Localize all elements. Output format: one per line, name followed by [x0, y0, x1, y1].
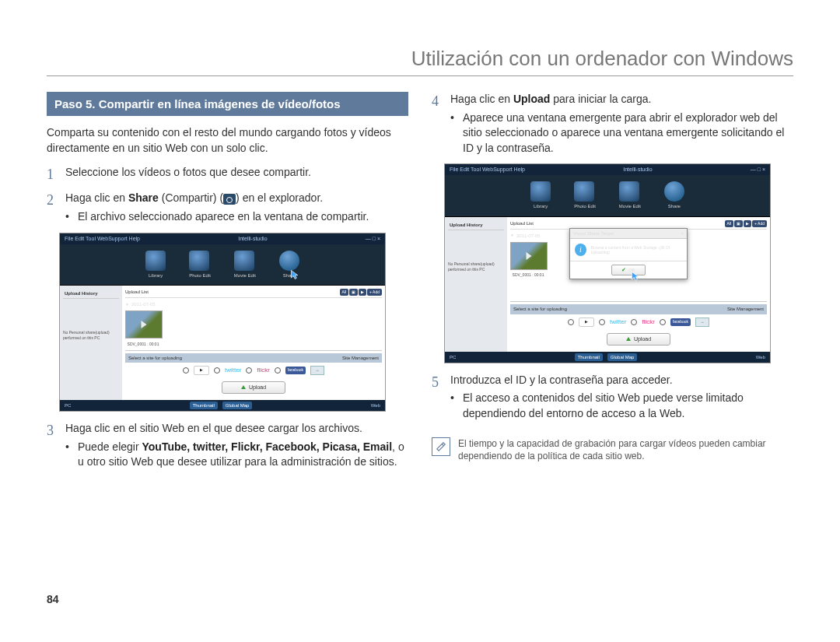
radio-icon: [660, 319, 666, 325]
upload-button: Upload: [607, 333, 670, 346]
filter-photo: ▣: [349, 289, 358, 296]
site-mgmt: Site Management: [727, 306, 764, 312]
radio-icon: [275, 367, 281, 374]
radio-icon: [183, 367, 189, 374]
footer-web: Web: [756, 354, 765, 360]
radio-icon: [599, 319, 605, 325]
step-5-text: Introduzca el ID y la contraseña para ac…: [450, 373, 793, 422]
s2-post: ) en el explorador.: [236, 191, 323, 204]
filter-video: ▶: [359, 289, 366, 296]
sidebar-note: No Personal share(upload) performed on t…: [448, 261, 504, 272]
youtube-logo-icon: ▶: [194, 366, 209, 375]
sidebar-history: Upload History: [63, 289, 119, 299]
footer-map: Global Map: [222, 402, 253, 409]
dialog-message: Browse a content from a Web Storage. (Al…: [591, 245, 682, 255]
dialog-close-icon: ×: [681, 230, 684, 237]
tab-movie: Movie Edit: [234, 272, 256, 279]
add-button: + Add: [752, 220, 767, 227]
movie-edit-icon: [234, 251, 254, 271]
pointer-cursor-icon: [631, 271, 642, 282]
bullet-dot: •: [450, 111, 457, 156]
step-number-5: 5: [432, 373, 443, 422]
share-globe-icon: [664, 181, 684, 202]
window-controls: — □ ×: [751, 166, 765, 174]
s4-post: para iniciar la carga.: [550, 93, 651, 105]
more-sites-icon: →: [310, 366, 324, 375]
app-main: Upload List All ▣ ▶ + Add 2011-07-05: [122, 286, 385, 400]
s5-text: Introduzca el ID y la contraseña para ac…: [450, 374, 673, 386]
step-number-4: 4: [432, 92, 443, 156]
clip-label: SDV_0001 : 00:01: [125, 342, 161, 347]
sidebar-note: No Personal share(upload) performed on t…: [63, 330, 119, 341]
step-2-text: Haga clic en Share (Compartir) () en el …: [65, 191, 408, 224]
app-menu: File Edit Tool WebSupport Help: [450, 166, 525, 174]
more-sites-icon: →: [695, 317, 709, 327]
s4-bullet: Aparece una ventana emergente para abrir…: [463, 111, 793, 156]
date-group: 2011-07-05: [125, 301, 382, 307]
s3-text: Haga clic en el sitio Web en el que dese…: [65, 422, 362, 434]
filter-photo: ▣: [734, 220, 743, 227]
app-screenshot-2: File Edit Tool WebSupport Help Intelli-s…: [444, 163, 771, 363]
footer-map: Global Map: [607, 353, 638, 361]
clip-label: SDV_0001 : 00:01: [510, 272, 546, 278]
app-toolbar: Library Photo Edit Movie Edit Share: [60, 244, 385, 286]
sidebar-history: Upload History: [448, 220, 504, 230]
window-controls: — □ ×: [366, 235, 380, 243]
s2-mid: (Compartir) (: [159, 191, 223, 204]
tab-photo: Photo Edit: [574, 203, 596, 209]
bullet-dot: •: [65, 209, 72, 225]
intro-text: Comparta su contenido con el resto del m…: [47, 125, 408, 156]
s4-bold: Upload: [513, 93, 550, 105]
radio-icon: [568, 319, 574, 325]
app-topbar: File Edit Tool WebSupport Help Intelli-s…: [445, 164, 770, 175]
app-window: File Edit Tool WebSupport Help Intelli-s…: [444, 163, 771, 363]
tab-library: Library: [530, 203, 551, 209]
facebook-logo: facebook: [285, 367, 306, 374]
app-screenshot-1: File Edit Tool WebSupport Help Intelli-s…: [59, 233, 386, 412]
info-icon: i: [575, 244, 586, 256]
app-footer: PC Thumbnail Global Map Web: [445, 352, 770, 363]
footer-thumb: Thumbnail: [575, 353, 603, 361]
tab-library: Library: [145, 272, 166, 279]
filter-all: All: [340, 289, 349, 296]
tab-share: Share: [664, 203, 684, 209]
upload-button: Upload: [222, 381, 285, 394]
footer-pc: PC: [450, 354, 456, 360]
flickr-logo: flickr: [642, 317, 654, 326]
upload-caption: Select a site for uploading: [513, 306, 567, 312]
app-footer: PC Thumbnail Global Map Web: [60, 400, 385, 411]
s3b-pre: Puede elegir: [78, 440, 142, 453]
step-number-1: 1: [47, 165, 58, 184]
dialog-title: Visual Share Target: [573, 230, 614, 237]
youtube-logo-icon: ▶: [579, 317, 594, 327]
video-thumb: [125, 310, 163, 339]
step-1-text: Seleccione los vídeos o fotos que desee …: [65, 165, 408, 184]
page-header: Utilización con un ordenador con Windows: [47, 47, 793, 76]
share-icon: [223, 194, 236, 205]
photo-edit-icon: [574, 181, 594, 202]
radio-icon: [631, 319, 637, 325]
app-topbar: File Edit Tool WebSupport Help Intelli-s…: [60, 233, 385, 244]
footer-thumb: Thumbnail: [190, 402, 218, 409]
bullet-dot: •: [65, 440, 72, 470]
movie-edit-icon: [619, 181, 639, 202]
app-brand: Intelli-studio: [238, 235, 267, 243]
twitter-logo: twitter: [225, 366, 241, 374]
site-mgmt: Site Management: [342, 355, 379, 361]
left-column: Paso 5. Compartir en línea imágenes de v…: [47, 92, 408, 476]
header-title: Utilización con un ordenador con Windows: [411, 47, 793, 70]
app-sidebar: Upload History No Personal share(upload)…: [60, 286, 122, 400]
footer-pc: PC: [65, 402, 71, 409]
flickr-logo: flickr: [257, 366, 269, 374]
radio-icon: [214, 367, 220, 374]
radio-icon: [246, 367, 252, 374]
bullet-dot: •: [450, 391, 457, 421]
app-window: File Edit Tool WebSupport Help Intelli-s…: [59, 233, 386, 412]
step-header: Paso 5. Compartir en línea imágenes de v…: [47, 92, 408, 116]
filter-all: All: [725, 220, 734, 227]
step-3-text: Haga clic en el sitio Web en el que dese…: [65, 421, 408, 470]
share-globe-icon: [279, 251, 299, 271]
add-button: + Add: [367, 289, 382, 296]
note-text: El tiempo y la capacidad de grabación pa…: [458, 437, 793, 464]
site-row: ▶ twitter flickr facebook →: [510, 314, 767, 330]
